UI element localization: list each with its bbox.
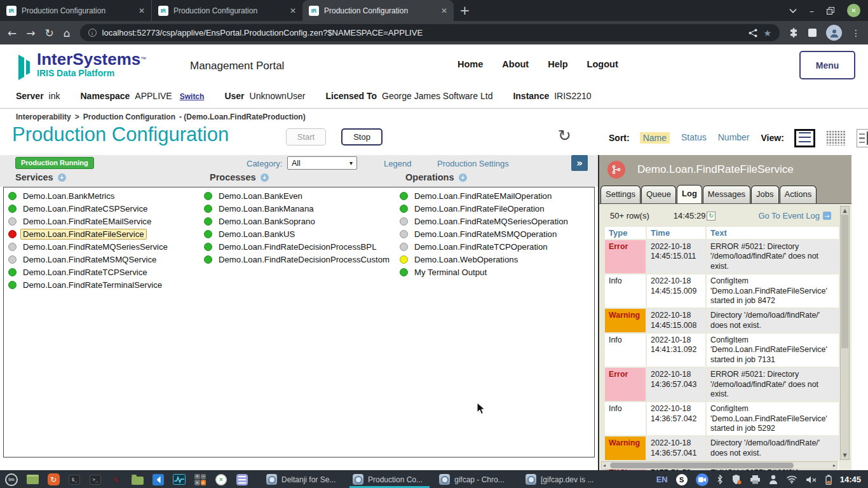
config-item[interactable]: Demo.Loan.FindRateTerminalService: [8, 278, 170, 291]
taskbar-window-button[interactable]: Deltanji for Se...: [260, 471, 346, 488]
home-icon[interactable]: ⌂: [64, 27, 71, 39]
config-item[interactable]: Demo.Loan.BankUS: [204, 227, 392, 240]
taskbar-window-button[interactable]: gifcap - Chro...: [433, 471, 519, 488]
config-item[interactable]: Demo.Loan.FindRateMSMQOperation: [400, 227, 571, 240]
category-select[interactable]: All ▾: [287, 156, 357, 170]
file-manager-icon[interactable]: [130, 473, 144, 487]
config-item[interactable]: Demo.Loan.FindRateEMailService: [8, 215, 170, 227]
bluetooth-icon[interactable]: [717, 475, 723, 484]
user-icon[interactable]: [769, 475, 778, 484]
config-item[interactable]: Demo.Loan.FindRateMQSeriesOperation: [400, 215, 571, 227]
config-item[interactable]: Demo.Loan.BankEven: [204, 189, 392, 202]
panel-tab-jobs[interactable]: Jobs: [751, 186, 778, 203]
notes-icon[interactable]: [235, 473, 249, 487]
config-item[interactable]: Demo.Loan.WebOperations: [400, 253, 571, 266]
nav-home[interactable]: Home: [458, 59, 483, 69]
taskbar-window-button[interactable]: [gifcap.dev is ...: [519, 471, 606, 488]
profile-avatar[interactable]: [826, 25, 842, 41]
share-icon[interactable]: [749, 29, 757, 37]
add-item-icon[interactable]: +: [261, 173, 269, 182]
minimize-button[interactable]: –: [810, 6, 814, 16]
language-indicator[interactable]: EN: [656, 475, 668, 484]
config-item[interactable]: Demo.Loan.FindRateEMailOperation: [400, 189, 571, 202]
log-refresh-icon[interactable]: ↻: [707, 212, 715, 220]
config-item[interactable]: Demo.Loan.FindRateTCPService: [8, 266, 170, 278]
breadcrumb-root[interactable]: Interoperability: [16, 112, 71, 121]
browser-tab[interactable]: IRProduction Configuration✕: [302, 0, 454, 21]
battery-icon[interactable]: [825, 475, 832, 485]
list-view-button[interactable]: [794, 129, 815, 147]
code-icon[interactable]: [151, 473, 165, 487]
refresh-spinner-icon[interactable]: ↻: [558, 126, 571, 145]
taskbar-window-button[interactable]: Production Co...: [346, 471, 433, 488]
add-item-icon[interactable]: +: [58, 173, 66, 182]
tab-close-icon[interactable]: ✕: [290, 6, 296, 15]
expand-panel-button[interactable]: »: [571, 155, 588, 171]
clock[interactable]: 14:45: [840, 475, 861, 484]
config-item[interactable]: Demo.Loan.FindRateFileOperation: [400, 202, 571, 215]
video-call-icon[interactable]: [696, 473, 709, 486]
system-monitor-icon[interactable]: [172, 473, 186, 487]
panel-tab-settings[interactable]: Settings: [600, 186, 641, 203]
vscroll-thumb[interactable]: [841, 215, 848, 348]
nav-help[interactable]: Help: [548, 59, 567, 69]
panel-tab-messages[interactable]: Messages: [703, 186, 750, 203]
config-item[interactable]: Demo.Loan.FindRateCSPService: [8, 202, 170, 215]
remote-session-icon[interactable]: ✕: [214, 473, 228, 487]
updater-icon[interactable]: ↻: [46, 473, 60, 487]
reload-icon[interactable]: ↻: [45, 27, 54, 39]
scroll-right-icon[interactable]: ▸: [833, 463, 836, 468]
legend-link[interactable]: Legend: [384, 159, 411, 168]
menu-button[interactable]: Menu: [799, 51, 855, 79]
deltanji-icon[interactable]: [109, 473, 123, 487]
nav-about[interactable]: About: [502, 59, 529, 69]
tab-close-icon[interactable]: ✕: [441, 6, 447, 15]
config-item[interactable]: Demo.Loan.FindRateMQSeriesService: [8, 240, 170, 253]
config-item[interactable]: Demo.Loan.FindRateFileService: [8, 227, 170, 240]
sort-option-name[interactable]: Name: [640, 132, 670, 144]
site-info-icon[interactable]: i: [88, 29, 97, 37]
wifi-icon[interactable]: [786, 475, 797, 484]
scroll-down-icon[interactable]: ▼: [841, 452, 849, 458]
back-icon[interactable]: ←: [8, 27, 17, 39]
horizontal-scrollbar[interactable]: ◂ ▸: [601, 461, 837, 470]
address-bar[interactable]: i localhost:52773/csp/applive/EnsPortal.…: [80, 24, 780, 41]
restore-button[interactable]: [827, 7, 834, 15]
tab-close-icon[interactable]: ✕: [139, 6, 145, 15]
bookmark-star-icon[interactable]: ★: [763, 28, 771, 38]
panel-tab-actions[interactable]: Actions: [780, 186, 817, 203]
vertical-scrollbar[interactable]: ▲ ▼: [840, 206, 850, 460]
show-desktop-icon[interactable]: [25, 473, 39, 487]
browser-menu-icon[interactable]: ⋮: [851, 28, 860, 38]
hscroll-thumb[interactable]: [610, 463, 794, 468]
config-item[interactable]: My Terminal Output: [400, 266, 571, 278]
skype-icon[interactable]: S: [676, 474, 688, 485]
new-tab-button[interactable]: +: [459, 3, 470, 18]
scroll-left-icon[interactable]: ◂: [603, 463, 606, 468]
stop-button[interactable]: Stop: [341, 128, 383, 146]
sort-option-number[interactable]: Number: [718, 132, 750, 144]
namespace-switch-link[interactable]: Switch: [180, 92, 205, 101]
root-terminal-icon[interactable]: >_: [88, 473, 102, 487]
split-view-button[interactable]: [857, 129, 868, 147]
start-button[interactable]: Start: [286, 128, 326, 146]
config-item[interactable]: Demo.Loan.FindRateMSMQService: [8, 253, 170, 266]
sort-option-status[interactable]: Status: [681, 132, 707, 144]
mint-menu-icon[interactable]: lm: [4, 473, 18, 487]
add-item-icon[interactable]: +: [459, 173, 467, 182]
extensions-puzzle-icon[interactable]: [789, 28, 799, 37]
side-panel-icon[interactable]: [808, 29, 817, 37]
calculator-icon[interactable]: +−×=: [193, 473, 207, 487]
shield-icon[interactable]: [731, 474, 742, 485]
go-to-event-log-link[interactable]: Go To Event Log →: [758, 211, 831, 220]
close-button[interactable]: ✕: [847, 4, 860, 17]
config-item[interactable]: Demo.Loan.FindRateTCPOperation: [400, 240, 571, 253]
config-item[interactable]: Demo.Loan.FindRateDecisionProcessBPL: [204, 240, 392, 253]
grid-view-button[interactable]: [825, 129, 846, 147]
breadcrumb-page[interactable]: Production Configuration: [83, 112, 175, 121]
config-item[interactable]: Demo.Loan.BankSoprano: [204, 215, 392, 227]
config-item[interactable]: Demo.Loan.BankMetrics: [8, 189, 170, 202]
nav-logout[interactable]: Logout: [587, 59, 618, 69]
volume-muted-icon[interactable]: [806, 475, 817, 484]
panel-tab-queue[interactable]: Queue: [641, 186, 676, 203]
